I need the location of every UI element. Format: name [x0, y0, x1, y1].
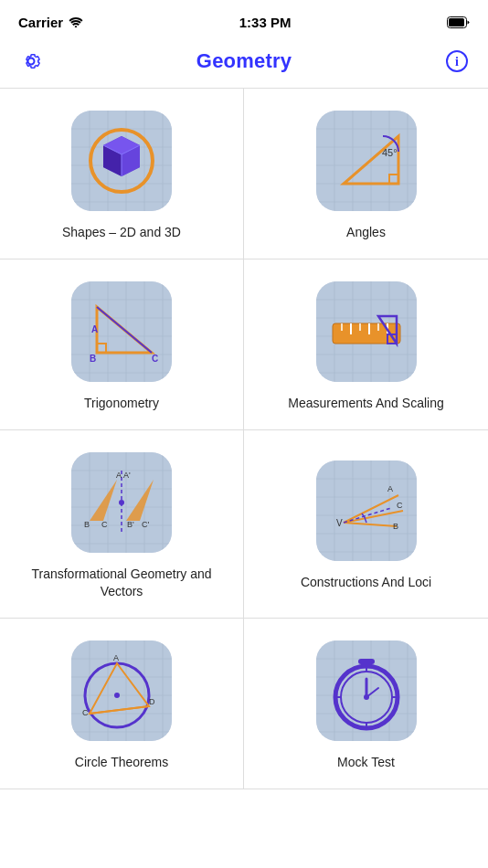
svg-text:B: B [393, 522, 398, 531]
measurements-icon-container [316, 281, 417, 382]
svg-text:A: A [91, 324, 98, 334]
svg-rect-147 [358, 659, 375, 664]
svg-text:C: C [152, 354, 158, 364]
svg-text:A': A' [123, 471, 131, 480]
constructions-label: Constructions And Loci [301, 574, 431, 590]
trigonometry-label: Trigonometry [84, 395, 159, 411]
mock-test-icon [316, 640, 417, 741]
svg-text:45°: 45° [382, 147, 398, 158]
svg-text:C': C' [142, 520, 149, 529]
svg-rect-24 [316, 111, 417, 211]
svg-text:C: C [397, 501, 403, 510]
shapes-icon [71, 111, 172, 211]
svg-point-0 [75, 26, 77, 27]
svg-text:B: B [84, 520, 90, 529]
page-title: Geometry [196, 49, 292, 73]
angles-icon-container: 45° [316, 111, 417, 211]
svg-text:A: A [387, 484, 393, 493]
svg-text:D: D [149, 697, 155, 706]
grid-item-shapes[interactable]: Shapes – 2D and 3D [0, 89, 244, 259]
constructions-icon: V A C B [316, 460, 417, 561]
shapes-icon-container [71, 111, 172, 211]
trigonometry-icon: A B C [71, 281, 172, 382]
grid-item-trigonometry[interactable]: A B C Trigonometry [0, 259, 244, 430]
angles-icon: 45° [316, 111, 417, 211]
svg-point-132 [114, 693, 120, 698]
status-bar: Carrier 1:33 PM [0, 0, 488, 40]
circle-theorems-icon-container: A D C [71, 640, 172, 741]
svg-text:C: C [82, 708, 89, 717]
svg-text:A: A [116, 471, 122, 480]
mock-test-icon-container [316, 640, 417, 741]
measurements-label: Measurements And Scaling [288, 395, 443, 411]
grid-item-constructions[interactable]: V A C B Constructions And Loci [244, 430, 488, 618]
grid-item-measurements[interactable]: Measurements And Scaling [244, 259, 488, 430]
status-time: 1:33 PM [239, 15, 292, 30]
svg-rect-38 [71, 281, 172, 382]
grid-item-transformational[interactable]: A A' B B' C C' Transformational Geometry… [0, 430, 244, 618]
transformational-icon: A A' B B' C C' [71, 452, 172, 553]
grid-item-mock-test[interactable]: Mock Test [244, 619, 488, 789]
circle-theorems-icon: A D C [71, 640, 172, 741]
carrier-text: Carrier [18, 15, 63, 30]
svg-text:A: A [113, 653, 119, 662]
mock-test-label: Mock Test [337, 754, 395, 770]
grid-item-circle-theorems[interactable]: A D C Circle Theorems [0, 619, 244, 789]
battery-indicator [447, 16, 470, 28]
info-button[interactable]: i [440, 45, 473, 78]
battery-icon [447, 16, 470, 28]
svg-text:B': B' [127, 520, 134, 529]
constructions-icon-container: V A C B [316, 460, 417, 561]
circle-theorems-label: Circle Theorems [75, 754, 168, 770]
nav-bar: Geometry i [0, 40, 488, 88]
svg-text:V: V [336, 518, 343, 528]
info-icon: i [444, 48, 470, 74]
svg-text:B: B [90, 354, 96, 364]
wifi-icon [69, 16, 83, 27]
category-grid: Shapes – 2D and 3D [0, 88, 488, 789]
svg-text:C: C [101, 520, 108, 529]
svg-point-95 [119, 500, 124, 505]
gear-icon [18, 48, 44, 74]
transformational-label: Transformational Geometry and Vectors [11, 566, 232, 598]
shapes-label: Shapes – 2D and 3D [62, 224, 181, 240]
trigonometry-icon-container: A B C [71, 281, 172, 382]
carrier-wifi: Carrier [18, 15, 83, 30]
grid-item-angles[interactable]: 45° Angles [244, 89, 488, 259]
settings-button[interactable] [15, 45, 48, 78]
measurements-icon [316, 281, 417, 382]
transformational-icon-container: A A' B B' C C' [71, 452, 172, 553]
angles-label: Angles [346, 224, 386, 240]
svg-text:i: i [455, 55, 459, 69]
svg-rect-2 [449, 18, 464, 26]
